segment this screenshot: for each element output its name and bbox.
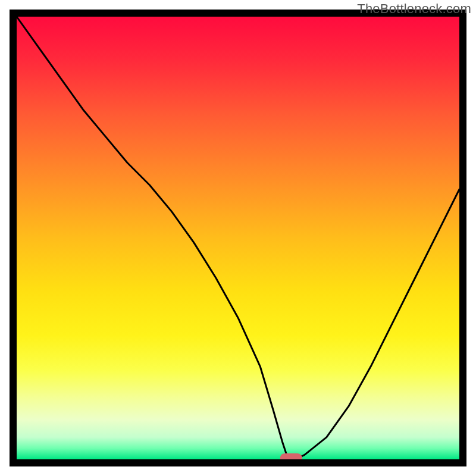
bottleneck-chart	[0, 0, 476, 476]
gradient-background	[17, 17, 459, 459]
chart-container: TheBottleneck.com	[0, 0, 476, 476]
watermark-text: TheBottleneck.com	[357, 1, 471, 17]
